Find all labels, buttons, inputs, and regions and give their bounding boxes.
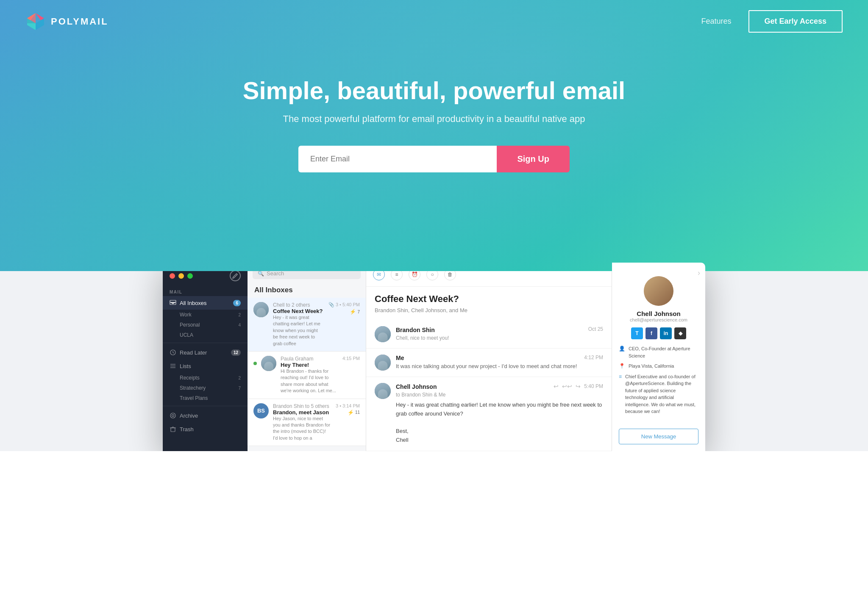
sidebar-item-lists[interactable]: Lists — [163, 359, 248, 373]
sidebar-item-travel-plans[interactable]: Travel Plans — [163, 393, 248, 403]
panel-next-button[interactable]: › — [698, 269, 700, 277]
thread-time-2: 5:40 PM — [584, 383, 603, 389]
sidebar: MAIL All Inboxes 6 Work 2 Personal 4 UCL… — [163, 263, 248, 451]
msg-from-2: Brandon Shin to 5 others — [273, 403, 331, 409]
bio-icon: ≡ — [619, 374, 622, 380]
msg-meta-2: 3 • 3:14 PM ⚡ 11 — [336, 403, 360, 416]
briefcase-icon: 👤 — [619, 346, 625, 352]
nav-right: Features Get Early Access — [701, 10, 843, 33]
window-maximize-dot[interactable] — [187, 273, 193, 279]
stratechery-badge: 7 — [238, 386, 241, 391]
sidebar-item-stratechery[interactable]: Stratechery 7 — [163, 383, 248, 393]
online-indicator — [253, 362, 257, 365]
work-label: Work — [180, 312, 192, 318]
thread-avatar-me — [375, 355, 391, 371]
mail-section-label: MAIL — [163, 286, 248, 296]
detail-participants: Brandon Shin, Chell Johnson, and Me — [366, 307, 612, 320]
msg-content-0: Chell to 2 others Coffee Next Week? Hey … — [273, 302, 324, 347]
msg-preview-1: Hi Brandon - thanks for reaching out! I'… — [281, 368, 338, 394]
message-item-2[interactable]: BS Brandon Shin to 5 others Brandon, mee… — [248, 399, 366, 446]
email-detail: ✉ ≡ ⏰ ○ 🗑 Coffee Next Week? Brandon Shin… — [366, 263, 612, 451]
sidebar-item-work[interactable]: Work 2 — [163, 310, 248, 320]
message-list: 🔍 Search All Inboxes Chell to 2 others C… — [248, 263, 366, 451]
svg-marker-5 — [27, 23, 36, 30]
avatar-paula — [261, 356, 276, 371]
features-link[interactable]: Features — [701, 17, 732, 26]
hero-title: Simple, beautiful, powerful email — [17, 77, 851, 105]
thread-avatar-chell — [375, 383, 391, 399]
msg-preview-2: Hey Jason, nice to meet you and thanks B… — [273, 416, 331, 442]
sidebar-divider-1 — [163, 343, 248, 343]
hero-subtitle: The most powerful platform for email pro… — [17, 114, 851, 125]
window-close-dot[interactable] — [170, 273, 175, 279]
msg-subject-2: Brandon, meet Jason — [273, 409, 331, 416]
facebook-button[interactable]: f — [645, 327, 657, 339]
navigation: POLYMAIL Features Get Early Access — [0, 0, 868, 43]
reply-all-icon[interactable]: ↩↩ — [562, 383, 572, 390]
svg-point-11 — [170, 413, 175, 418]
hero-content: Simple, beautiful, powerful email The mo… — [0, 43, 868, 198]
read-later-badge: 12 — [231, 349, 241, 356]
sidebar-item-read-later[interactable]: Read Later 12 — [163, 346, 248, 359]
sidebar-item-archive[interactable]: Archive — [163, 409, 248, 422]
msg-badge-2: ⚡ 11 — [348, 410, 360, 416]
svg-marker-4 — [36, 18, 44, 30]
reply-icon[interactable]: ↩ — [554, 383, 559, 390]
other-social-button[interactable]: ◆ — [674, 327, 686, 339]
new-message-button[interactable]: New Message — [619, 429, 698, 444]
early-access-button[interactable]: Get Early Access — [748, 10, 843, 33]
sidebar-item-personal[interactable]: Personal 4 — [163, 320, 248, 330]
sidebar-item-trash[interactable]: Trash — [163, 422, 248, 436]
linkedin-button[interactable]: in — [660, 327, 672, 339]
contact-email: chell@aperturescience.com — [619, 317, 698, 322]
msg-from-0: Chell to 2 others — [273, 302, 324, 308]
compose-icon[interactable] — [230, 270, 241, 281]
msg-count-2: 11 — [355, 410, 360, 415]
personal-badge: 4 — [238, 323, 241, 327]
message-item-0[interactable]: Chell to 2 others Coffee Next Week? Hey … — [248, 298, 366, 352]
contact-name: Chell Johnson — [619, 310, 698, 317]
travel-plans-label: Travel Plans — [180, 395, 208, 401]
receipts-badge: 2 — [238, 376, 241, 380]
receipts-label: Receipts — [180, 375, 200, 381]
signup-button[interactable]: Sign Up — [497, 146, 570, 172]
contact-panel: › Chell Johnson chell@aperturescience.co… — [612, 263, 705, 451]
contact-avatar — [644, 276, 673, 306]
msg-time-0: 📎 3 • 5:40 PM — [328, 302, 360, 308]
logo: POLYMAIL — [25, 11, 108, 32]
msg-content-2: Brandon Shin to 5 others Brandon, meet J… — [273, 403, 331, 442]
avatar-brandon: BS — [253, 403, 269, 418]
msg-subject-1: Hey There! — [281, 362, 338, 368]
logo-icon — [25, 11, 46, 32]
contact-bio-text: Chief Executive and co-founder of @Apert… — [625, 373, 698, 415]
thread-item-0: Brandon Shin Chell, nice to meet you! Oc… — [366, 320, 612, 349]
logo-text: POLYMAIL — [51, 16, 108, 27]
email-input[interactable] — [298, 146, 497, 172]
msg-badge-0: ⚡ 7 — [350, 309, 360, 315]
search-placeholder: Search — [267, 270, 284, 277]
contact-title-row: 👤 CEO, Co-Founder at Aperture Science — [619, 345, 698, 359]
contact-location-row: 📍 Playa Vista, California — [619, 363, 698, 370]
thread-time-1: 4:12 PM — [584, 355, 603, 361]
message-item-1[interactable]: Paula Graham Hey There! Hi Brandon - tha… — [248, 352, 366, 399]
app-window: MAIL All Inboxes 6 Work 2 Personal 4 UCL… — [163, 263, 705, 451]
sidebar-item-receipts[interactable]: Receipts 2 — [163, 373, 248, 383]
brandon-initials: BS — [257, 407, 265, 414]
msg-content-1: Paula Graham Hey There! Hi Brandon - tha… — [281, 356, 338, 394]
contact-avatar-image — [644, 276, 673, 306]
thread-to-0: Chell, nice to meet you! — [396, 335, 449, 341]
svg-point-12 — [172, 415, 174, 417]
personal-label: Personal — [180, 322, 200, 328]
read-later-label: Read Later — [180, 349, 228, 356]
sidebar-divider-2 — [163, 406, 248, 406]
contact-socials: T f in ◆ — [619, 327, 698, 339]
lists-label: Lists — [180, 363, 241, 369]
sidebar-item-all-inboxes[interactable]: All Inboxes 6 — [163, 296, 248, 310]
twitter-button[interactable]: T — [631, 327, 643, 339]
trash-label: Trash — [180, 426, 241, 432]
all-inboxes-label: All Inboxes — [180, 300, 230, 306]
forward-icon[interactable]: ↪ — [576, 383, 581, 390]
sidebar-item-ucla[interactable]: UCLA — [163, 330, 248, 340]
window-minimize-dot[interactable] — [178, 273, 184, 279]
ucla-label: UCLA — [180, 332, 193, 338]
